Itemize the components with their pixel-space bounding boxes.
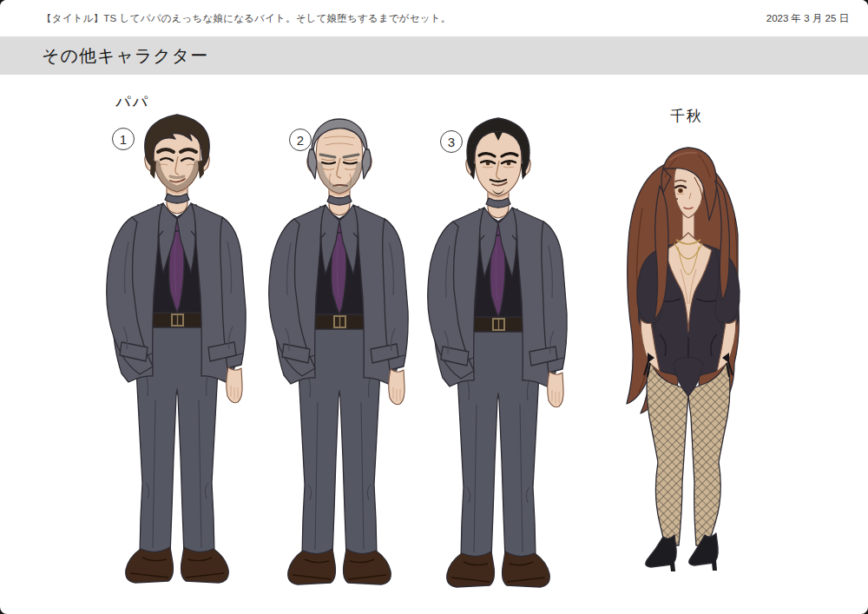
document-date: 2023 年 3 月 25 日	[766, 12, 849, 25]
character-illustration-papa-2	[260, 111, 420, 591]
group-label-chiaki: 千秋	[670, 106, 703, 126]
section-band: その他キャラクター	[0, 36, 868, 75]
character-design-sheet: 【タイトル】TS してパパのえっちな娘になるバイト。そして娘堕ちするまでがセット…	[0, 0, 868, 614]
high-heels	[646, 533, 718, 571]
character-illustration-papa-1	[97, 109, 258, 589]
character-illustration-chiaki	[608, 139, 755, 573]
document-title: 【タイトル】TS してパパのえっちな娘になるバイト。そして娘堕ちするまでがセット…	[42, 12, 766, 25]
section-title: その他キャラクター	[42, 44, 208, 68]
character-illustration-papa-3	[418, 114, 579, 593]
header-bar: 【タイトル】TS してパパのえっちな娘になるバイト。そして娘堕ちするまでがセット…	[0, 0, 868, 36]
